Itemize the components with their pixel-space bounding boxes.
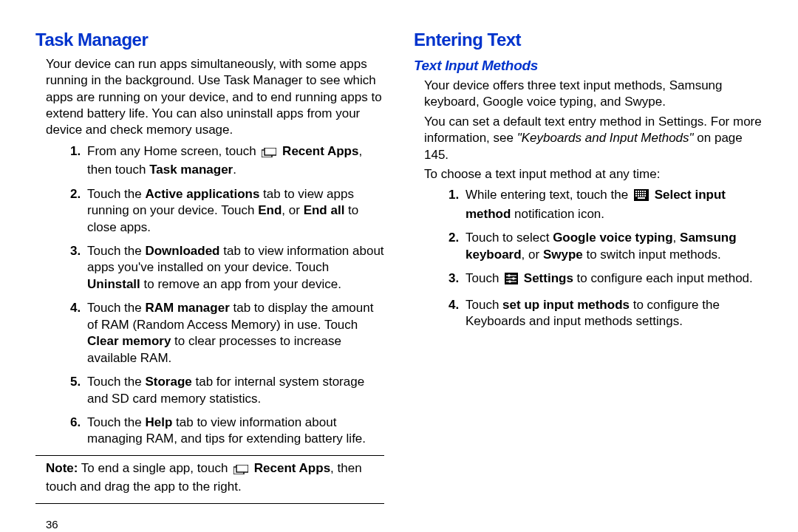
text: "Keyboards and Input Methods" bbox=[517, 131, 694, 145]
heading-entering-text: Entering Text bbox=[414, 28, 763, 52]
svg-rect-8 bbox=[642, 191, 644, 192]
recent-apps-icon bbox=[233, 463, 248, 479]
svg-rect-6 bbox=[638, 191, 639, 192]
svg-rect-20 bbox=[638, 197, 645, 199]
list-item: Touch the RAM manager tab to display the… bbox=[84, 300, 384, 366]
et-p3: To choose a text input method at any tim… bbox=[414, 166, 763, 183]
svg-rect-7 bbox=[640, 191, 641, 192]
svg-rect-12 bbox=[640, 193, 641, 194]
text: Help bbox=[145, 415, 172, 429]
text: Storage bbox=[145, 375, 191, 389]
text: to remove an app from your device. bbox=[140, 277, 341, 291]
recent-apps-icon bbox=[262, 146, 276, 162]
list-item: Touch the Active applications tab to vie… bbox=[84, 186, 384, 236]
text: notification icon. bbox=[511, 207, 604, 221]
list-item: Touch set up input methods to configure … bbox=[463, 297, 763, 330]
text: End all bbox=[304, 203, 345, 217]
et-p1: Your device offers three text input meth… bbox=[414, 78, 763, 111]
text: Task manager bbox=[149, 163, 233, 177]
text: Recent Apps bbox=[254, 461, 330, 475]
text: Touch bbox=[466, 298, 502, 312]
divider bbox=[35, 455, 384, 456]
svg-rect-17 bbox=[640, 195, 641, 197]
text: Downloaded bbox=[145, 244, 219, 258]
text: Touch the bbox=[87, 415, 145, 429]
manual-page: Task Manager Your device can run apps si… bbox=[35, 28, 763, 532]
text: , or bbox=[282, 203, 303, 217]
list-item: Touch the Storage tab for internal syste… bbox=[84, 374, 384, 407]
et-p2: You can set a default text entry method … bbox=[414, 114, 763, 163]
text: , bbox=[673, 231, 680, 245]
svg-rect-13 bbox=[642, 193, 644, 194]
keyboard-icon bbox=[634, 189, 649, 205]
svg-rect-11 bbox=[638, 193, 639, 194]
text: to switch input methods. bbox=[583, 248, 721, 262]
tm-steps: From any Home screen, touch Recent Apps,… bbox=[35, 143, 384, 448]
text: to configure each input method. bbox=[573, 271, 753, 285]
text: Touch the bbox=[87, 301, 145, 315]
svg-rect-5 bbox=[635, 191, 637, 192]
svg-rect-9 bbox=[644, 191, 646, 192]
svg-rect-16 bbox=[638, 195, 639, 197]
et-steps: While entering text, touch the Select in… bbox=[414, 187, 763, 330]
text: Uninstall bbox=[87, 277, 140, 291]
svg-rect-19 bbox=[644, 195, 646, 197]
svg-rect-15 bbox=[635, 195, 637, 197]
text: Touch the bbox=[87, 375, 145, 389]
text: , or bbox=[522, 248, 543, 262]
list-item: Touch the Help tab to view information a… bbox=[84, 415, 384, 448]
text: From any Home screen, touch bbox=[87, 144, 259, 158]
svg-rect-18 bbox=[642, 195, 644, 197]
svg-rect-1 bbox=[265, 148, 276, 155]
text: Touch the bbox=[87, 244, 145, 258]
svg-rect-3 bbox=[236, 465, 248, 472]
divider bbox=[35, 503, 384, 504]
svg-point-27 bbox=[508, 280, 511, 283]
text: Swype bbox=[543, 248, 583, 262]
svg-point-26 bbox=[512, 277, 515, 280]
text: Active applications bbox=[145, 187, 259, 201]
text: While entering text, touch the bbox=[466, 188, 632, 202]
svg-rect-10 bbox=[635, 193, 637, 194]
page-number: 36 bbox=[35, 517, 384, 532]
tm-note: Note: To end a single app, touch Recent … bbox=[35, 460, 384, 496]
list-item: While entering text, touch the Select in… bbox=[463, 187, 763, 222]
list-item: Touch the Downloaded tab to view informa… bbox=[84, 243, 384, 293]
text: set up input methods bbox=[502, 298, 630, 312]
text: Settings bbox=[524, 271, 573, 285]
text: Recent Apps bbox=[282, 144, 358, 158]
text: Clear memory bbox=[87, 334, 171, 348]
settings-icon bbox=[505, 273, 518, 289]
text: Touch to select bbox=[466, 231, 553, 245]
right-column: Entering Text Text Input Methods Your de… bbox=[414, 28, 763, 532]
subheading-text-input: Text Input Methods bbox=[414, 56, 763, 75]
list-item: From any Home screen, touch Recent Apps,… bbox=[84, 143, 384, 179]
text: Touch the bbox=[87, 187, 145, 201]
tm-intro: Your device can run apps simultaneously,… bbox=[35, 56, 384, 139]
text: Touch bbox=[466, 271, 502, 285]
text: . bbox=[233, 163, 236, 177]
text: To end a single app, touch bbox=[78, 461, 231, 475]
svg-point-25 bbox=[508, 274, 511, 277]
svg-rect-14 bbox=[644, 193, 646, 194]
list-item: Touch bbox=[463, 270, 763, 289]
text: Google voice typing bbox=[553, 231, 672, 245]
text: RAM manager bbox=[145, 301, 229, 315]
text: End bbox=[258, 203, 282, 217]
list-item: Touch to select Google voice typing, Sam… bbox=[463, 230, 763, 263]
heading-task-manager: Task Manager bbox=[35, 28, 384, 52]
left-column: Task Manager Your device can run apps si… bbox=[35, 28, 384, 532]
note-label: Note: bbox=[46, 461, 78, 475]
